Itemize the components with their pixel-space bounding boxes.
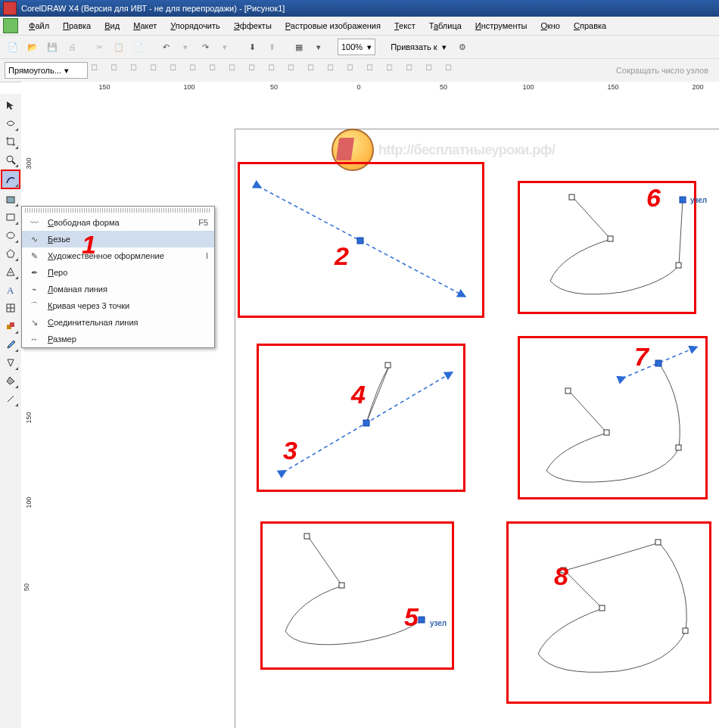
menu-table[interactable]: Таблица (423, 19, 468, 33)
doc-icon[interactable] (3, 18, 18, 33)
prop-btn-18[interactable]: ◻ (425, 62, 442, 79)
flyout-freehand[interactable]: 〰 Свободная форма F5 (22, 214, 214, 231)
table-tool-icon[interactable] (2, 300, 19, 316)
menu-window[interactable]: Окно (534, 19, 566, 33)
menu-view[interactable]: Вид (98, 19, 126, 33)
prop-btn-13[interactable]: ◻ (327, 62, 344, 79)
ruler-tick: 150 (607, 83, 618, 91)
copy-icon[interactable]: 📋 (110, 39, 127, 55)
prop-btn-4[interactable]: ◻ (150, 62, 167, 79)
snap-to[interactable]: Привязать к ▾ (386, 39, 450, 54)
canvas[interactable]: http://бесплатныеуроки.рф/ (33, 94, 719, 728)
flyout-grip[interactable] (25, 208, 211, 213)
eyedropper-icon[interactable] (2, 336, 19, 353)
redo-drop-icon[interactable]: ▾ (216, 39, 233, 55)
flyout-pen[interactable]: ✒ Перо (22, 264, 214, 281)
menu-layout[interactable]: Макет (127, 19, 163, 33)
interactive-fill-icon[interactable] (2, 390, 19, 407)
new-icon[interactable]: 📄 (5, 39, 21, 55)
redo-icon[interactable]: ↷ (197, 39, 213, 55)
svg-rect-19 (304, 534, 310, 539)
flyout-bezier[interactable]: ∿ Безье (22, 231, 214, 247)
prop-btn-9[interactable]: ◻ (248, 62, 265, 79)
dimension-icon: ↔ (28, 333, 40, 345)
flyout-polyline[interactable]: ⌁ Ломаная линия (22, 281, 214, 297)
prop-btn-19[interactable]: ◻ (445, 62, 462, 79)
prop-btn-12[interactable]: ◻ (307, 62, 324, 79)
flyout-3point[interactable]: ⌒ Кривая через 3 точки (22, 297, 214, 314)
prop-btn-14[interactable]: ◻ (347, 62, 363, 79)
connector-icon: ↘ (28, 316, 40, 328)
ellipse-tool-icon[interactable] (2, 227, 19, 244)
options-icon[interactable]: ⚙ (454, 39, 471, 55)
menu-effects[interactable]: Эффекты (228, 19, 278, 33)
flyout-artistic[interactable]: ✎ Художественное оформление I (22, 247, 214, 264)
welcome-icon[interactable]: ▾ (310, 39, 327, 55)
undo-icon[interactable]: ↶ (157, 39, 174, 55)
svg-rect-33 (683, 628, 688, 633)
app-icon (3, 2, 17, 15)
chevron-down-icon: ▾ (442, 42, 447, 52)
save-icon[interactable]: 💾 (44, 39, 61, 55)
print-icon[interactable]: 🖨 (64, 39, 80, 55)
shape-preset-combo[interactable]: Прямоуголь...▾ (5, 62, 88, 79)
shape-preset-value: Прямоуголь... (8, 66, 61, 75)
appstart-icon[interactable]: ▦ (291, 39, 307, 55)
svg-rect-32 (599, 605, 605, 611)
shape-tool-icon[interactable] (2, 115, 19, 132)
menu-text[interactable]: Текст (388, 19, 422, 33)
prop-btn-1[interactable]: ◻ (91, 62, 107, 79)
interactive-tool-icon[interactable] (2, 318, 19, 334)
flyout-connector[interactable]: ↘ Соединительная линия (22, 314, 214, 331)
undo-drop-icon[interactable]: ▾ (177, 39, 194, 55)
outline-tool-icon[interactable] (2, 354, 19, 371)
prop-btn-5[interactable]: ◻ (170, 62, 186, 79)
flyout-dimension[interactable]: ↔ Размер (22, 331, 214, 347)
fill-tool-icon[interactable] (2, 372, 19, 389)
pick-tool-icon[interactable] (2, 97, 19, 114)
work-area: 150 100 50 0 50 100 150 200 300 250 200 … (0, 82, 719, 728)
text-tool-icon[interactable]: A (2, 282, 19, 298)
prop-btn-6[interactable]: ◻ (189, 62, 206, 79)
import-icon[interactable]: ⬇ (244, 39, 260, 55)
prop-btn-17[interactable]: ◻ (406, 62, 422, 79)
annotation-num-3: 3 (283, 436, 297, 465)
ruler-tick: 0 (356, 83, 360, 91)
svg-rect-11 (10, 322, 14, 327)
menu-help[interactable]: Справка (568, 19, 612, 33)
export-icon[interactable]: ⬆ (263, 39, 280, 55)
prop-btn-16[interactable]: ◻ (386, 62, 403, 79)
smart-fill-icon[interactable] (2, 191, 19, 207)
prop-btn-8[interactable]: ◻ (229, 62, 245, 79)
menu-tools[interactable]: Инструменты (469, 19, 534, 33)
prop-btn-3[interactable]: ◻ (130, 62, 147, 79)
prop-btn-11[interactable]: ◻ (288, 62, 304, 79)
rectangle-tool-icon[interactable] (2, 209, 19, 226)
zoom-combo[interactable]: 100%▾ (338, 39, 375, 55)
menu-arrange[interactable]: Упорядочить (164, 19, 226, 33)
shortcut: F5 (198, 218, 208, 227)
menu-bitmaps[interactable]: Растровые изображения (279, 19, 387, 33)
prop-btn-15[interactable]: ◻ (366, 62, 383, 79)
svg-rect-18 (363, 420, 369, 426)
prop-btn-7[interactable]: ◻ (209, 62, 226, 79)
svg-rect-22 (569, 194, 574, 200)
paste-icon[interactable]: 📄 (130, 39, 147, 55)
svg-rect-25 (680, 197, 686, 203)
node-label-6: узел (690, 196, 707, 204)
ruler-tick: 50 (270, 83, 278, 91)
menu-edit[interactable]: Правка (57, 19, 97, 33)
open-icon[interactable]: 📂 (24, 39, 41, 55)
crop-tool-icon[interactable] (2, 133, 19, 150)
cut-icon[interactable]: ✂ (91, 39, 107, 55)
basic-shapes-icon[interactable] (2, 263, 19, 280)
annotation-num-6: 6 (646, 183, 661, 213)
prop-btn-10[interactable]: ◻ (268, 62, 285, 79)
curve-tool-icon[interactable] (1, 170, 20, 189)
svg-rect-28 (604, 430, 609, 435)
watermark-text: http://бесплатныеуроки.рф/ (378, 142, 556, 158)
menu-file[interactable]: Файл (23, 19, 55, 33)
prop-btn-2[interactable]: ◻ (110, 62, 127, 79)
polygon-tool-icon[interactable] (2, 245, 19, 262)
zoom-tool-icon[interactable] (2, 151, 19, 168)
